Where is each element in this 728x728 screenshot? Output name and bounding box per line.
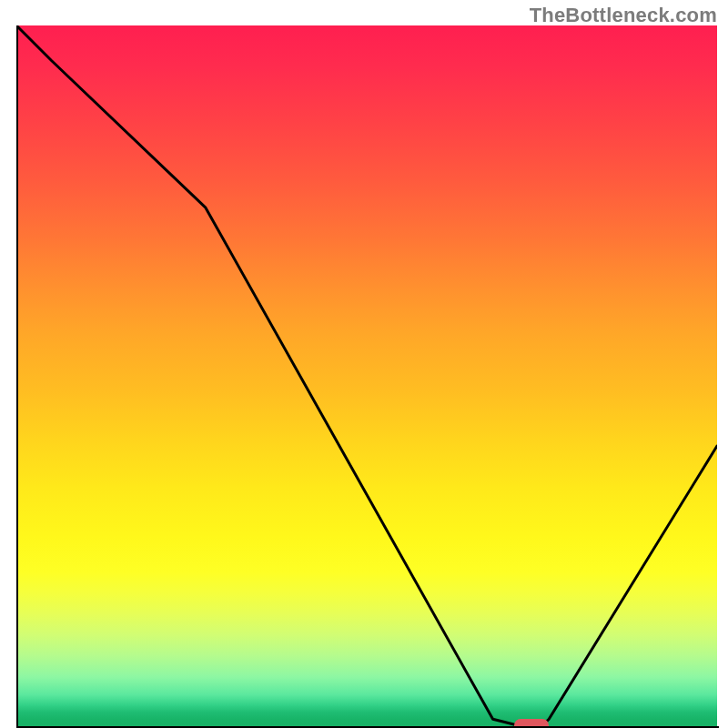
watermark-label: TheBottleneck.com	[530, 4, 717, 27]
chart-container: TheBottleneck.com	[0, 0, 728, 728]
trough-marker	[514, 719, 550, 726]
bottleneck-curve-path	[16, 25, 717, 726]
y-axis	[16, 25, 18, 728]
curve-svg	[16, 25, 717, 726]
plot-area	[16, 25, 717, 726]
